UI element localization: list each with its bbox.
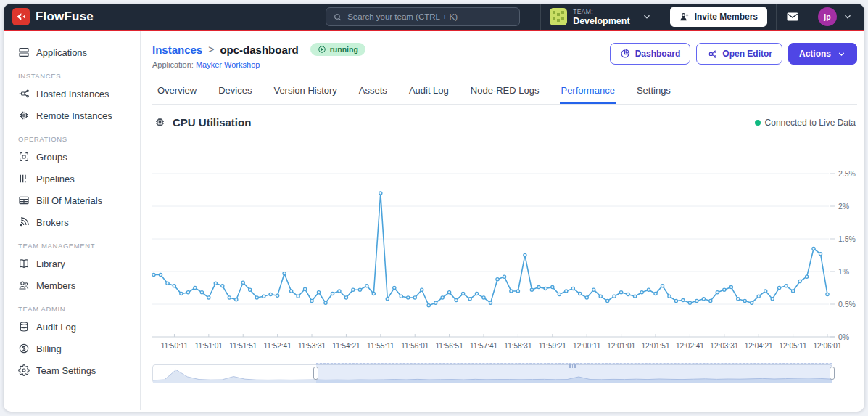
sidebar-item-audit-log[interactable]: Audit Log — [4, 316, 140, 338]
svg-text:1%: 1% — [838, 267, 849, 276]
instance-name: opc-dashboard — [220, 44, 298, 56]
mail-icon[interactable] — [785, 9, 800, 24]
sidebar-section-operations: OPERATIONS — [4, 126, 140, 146]
tab-overview[interactable]: Overview — [157, 81, 197, 104]
sidebar-item-label: Members — [36, 280, 75, 291]
svg-text:12:01:51: 12:01:51 — [642, 342, 670, 350]
sidebar-item-label: Hosted Instances — [36, 89, 109, 99]
library-icon — [18, 258, 30, 269]
bill-of-materials-icon — [18, 195, 30, 206]
svg-text:0%: 0% — [838, 333, 849, 341]
svg-text:12:02:41: 12:02:41 — [676, 342, 704, 350]
search-icon — [333, 12, 342, 22]
search-input[interactable] — [347, 12, 513, 21]
hosted-instances-icon — [18, 88, 30, 99]
svg-text:12:01:01: 12:01:01 — [607, 342, 635, 350]
actions-chevron-down-icon — [837, 49, 846, 59]
svg-text:11:53:31: 11:53:31 — [298, 342, 326, 350]
svg-text:11:54:21: 11:54:21 — [332, 342, 360, 350]
user-plus-icon — [679, 12, 690, 22]
team-name: Development — [573, 16, 630, 26]
sidebar-item-pipelines[interactable]: Pipelines — [4, 168, 140, 189]
sidebar-item-library[interactable]: Library — [4, 253, 140, 274]
brush-right-handle[interactable] — [830, 367, 835, 380]
tab-devices[interactable]: Devices — [218, 81, 252, 104]
sidebar-item-billing[interactable]: Billing — [4, 338, 140, 359]
application-link[interactable]: Mayker Workshop — [196, 60, 260, 69]
cpu-chip-icon — [154, 116, 166, 129]
open-editor-button[interactable]: Open Editor — [696, 43, 782, 65]
status-badge-label: running — [330, 45, 358, 54]
tab-version-history[interactable]: Version History — [273, 81, 337, 104]
sidebar-item-members[interactable]: Members — [4, 274, 140, 296]
application-label: Application: — [152, 60, 194, 69]
sidebar-item-bill-of-materials[interactable]: Bill Of Materials — [4, 189, 140, 211]
tab-assets[interactable]: Assets — [358, 81, 388, 104]
sidebar-item-label: Groups — [36, 152, 67, 163]
user-avatar[interactable]: jp — [818, 7, 837, 26]
tab-node-red-logs[interactable]: Node-RED Logs — [470, 81, 540, 104]
dashboard-button[interactable]: Dashboard — [610, 43, 691, 65]
sidebar-item-applications[interactable]: Applications — [4, 41, 140, 63]
tab-settings[interactable]: Settings — [636, 81, 671, 104]
actions-button-label: Actions — [799, 49, 831, 59]
audit-log-icon — [18, 321, 30, 333]
main-panel: Instances > opc-dashboard running Applic… — [141, 31, 864, 410]
sidebar-section-instances: INSTANCES — [4, 63, 140, 83]
flowfuse-logo[interactable]: FlowFuse — [12, 8, 94, 25]
team-search[interactable] — [326, 7, 520, 26]
svg-text:11:58:31: 11:58:31 — [504, 342, 532, 350]
svg-text:12:06:01: 12:06:01 — [814, 342, 842, 350]
dashboard-button-label: Dashboard — [635, 49, 681, 59]
chart-title-label: CPU Utilisation — [173, 116, 251, 129]
svg-text:12:00:11: 12:00:11 — [573, 342, 601, 350]
top-navbar: FlowFuse TEAM: Development — [4, 4, 864, 31]
team-switcher[interactable]: TEAM: Development — [540, 4, 661, 30]
svg-text:11:55:11: 11:55:11 — [367, 342, 394, 350]
user-chevron-down-icon — [843, 12, 853, 22]
actions-button[interactable]: Actions — [788, 43, 857, 65]
team-label: TEAM: — [573, 8, 630, 15]
chart-title: CPU Utilisation — [154, 116, 251, 129]
svg-text:11:52:41: 11:52:41 — [264, 342, 292, 350]
tab-performance[interactable]: Performance — [560, 81, 615, 104]
sidebar-item-label: Audit Log — [36, 322, 76, 333]
svg-text:2%: 2% — [838, 202, 849, 211]
sidebar-item-label: Applications — [36, 47, 87, 58]
brand-name: FlowFuse — [36, 9, 94, 24]
brokers-icon — [18, 216, 30, 228]
sidebar-item-hosted-instances[interactable]: Hosted Instances — [4, 83, 140, 105]
sidebar-item-team-settings[interactable]: Team Settings — [4, 359, 140, 381]
play-circle-icon — [318, 45, 326, 54]
sidebar-item-brokers[interactable]: Brokers — [4, 211, 140, 233]
user-menu[interactable]: jp — [809, 4, 854, 30]
pipelines-icon — [18, 173, 30, 184]
applications-icon — [18, 46, 30, 58]
tab-audit-log[interactable]: Audit Log — [408, 81, 450, 104]
groups-icon — [18, 151, 30, 163]
notifications-section — [776, 4, 809, 30]
cpu-utilisation-chart: 2.5%2%1.5%1%0.5%0%11:50:1111:51:0111:51:… — [152, 139, 859, 353]
svg-text:11:50:11: 11:50:11 — [161, 342, 189, 350]
brush-left-handle[interactable] — [313, 367, 318, 380]
open-editor-button-label: Open Editor — [722, 49, 772, 59]
invite-members-label: Invite Members — [695, 12, 758, 22]
pie-chart-icon — [620, 49, 630, 59]
sidebar-item-groups[interactable]: Groups — [4, 146, 140, 168]
sidebar: Applications INSTANCES Hosted Instances … — [4, 31, 141, 410]
billing-icon — [18, 343, 30, 354]
sidebar-item-remote-instances[interactable]: Remote Instances — [4, 105, 140, 126]
sidebar-item-label: Library — [36, 258, 65, 269]
live-status: Connected to Live Data — [755, 118, 856, 128]
sidebar-item-label: Remote Instances — [36, 110, 112, 121]
chart-range-selector[interactable] — [152, 364, 832, 383]
breadcrumb: Instances > opc-dashboard running — [152, 43, 365, 56]
breadcrumb-instances-link[interactable]: Instances — [152, 44, 202, 56]
sidebar-item-label: Billing — [36, 343, 62, 354]
brush-drag-grip[interactable] — [569, 364, 576, 368]
sidebar-section-team-admin: TEAM ADMIN — [4, 296, 140, 316]
sidebar-item-label: Bill Of Materials — [36, 195, 102, 206]
brush-selection[interactable] — [316, 363, 832, 383]
invite-members-button[interactable]: Invite Members — [670, 7, 767, 27]
svg-text:12:05:11: 12:05:11 — [780, 342, 808, 350]
